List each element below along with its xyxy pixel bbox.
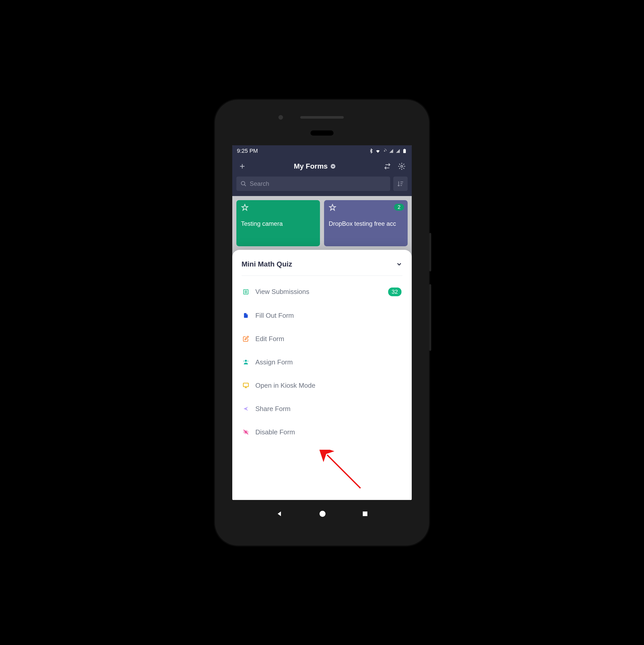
svg-line-12: [327, 455, 360, 488]
search-placeholder: Search: [250, 180, 269, 187]
submissions-badge: 32: [388, 287, 401, 296]
menu-label: Open in Kiosk Mode: [255, 382, 401, 390]
speaker-grille: [300, 116, 344, 119]
svg-point-0: [384, 150, 385, 152]
sort-button[interactable]: [393, 177, 408, 191]
sync-button[interactable]: [383, 162, 392, 171]
search-row: Search: [232, 176, 412, 196]
card-title: Testing camera: [241, 220, 315, 228]
circle-home-icon: [319, 510, 326, 517]
triangle-back-icon: [276, 510, 283, 517]
form-card[interactable]: Testing camera: [236, 200, 320, 246]
screen: 9:25 PM My Forms: [232, 145, 412, 500]
svg-point-8: [248, 361, 249, 362]
bluetooth-icon: [369, 148, 374, 154]
volume-button: [429, 284, 431, 351]
svg-point-3: [331, 164, 335, 168]
chevron-down-icon: [396, 261, 402, 267]
star-icon[interactable]: [241, 204, 249, 211]
star-icon[interactable]: [329, 204, 336, 211]
menu-assign-form[interactable]: Assign Form: [241, 351, 402, 374]
action-sheet: Mini Math Quiz View Submissions 32: [232, 250, 412, 500]
battery-icon: [402, 148, 407, 154]
card-badge: 2: [394, 204, 404, 211]
front-camera: [279, 115, 283, 120]
card-title: DropBox testing free acc: [329, 220, 403, 228]
chevron-down-circle-icon: [330, 164, 336, 169]
cards-row: Testing camera 2 DropBox testing free ac…: [232, 196, 412, 250]
menu-label: Share Form: [255, 405, 401, 413]
status-icons: [369, 148, 407, 154]
menu-label: Disable Form: [255, 428, 401, 436]
gear-icon: [398, 163, 406, 170]
wifi-icon: [375, 148, 380, 154]
search-input[interactable]: Search: [236, 177, 390, 191]
menu-view-submissions[interactable]: View Submissions 32: [241, 280, 402, 304]
svg-rect-1: [403, 149, 406, 153]
menu-open-kiosk-mode[interactable]: Open in Kiosk Mode: [241, 374, 402, 397]
menu-label: Edit Form: [255, 335, 401, 343]
add-button[interactable]: [238, 162, 247, 171]
svg-point-5: [241, 181, 245, 185]
app-header: My Forms: [232, 157, 412, 176]
svg-point-7: [245, 360, 247, 362]
arrow-annotation: [319, 450, 365, 496]
sheet-header[interactable]: Mini Math Quiz: [241, 260, 402, 276]
menu-disable-form[interactable]: Disable Form: [241, 421, 402, 444]
menu-label: Assign Form: [255, 358, 401, 366]
phone-frame: 9:25 PM My Forms: [215, 100, 429, 546]
android-nav: [232, 502, 412, 525]
power-button: [429, 233, 431, 271]
signal-2-icon: [395, 148, 400, 154]
eye-off-icon: [243, 429, 249, 435]
svg-point-4: [401, 165, 403, 167]
recent-button[interactable]: [362, 511, 368, 517]
edit-icon: [243, 336, 249, 342]
user-group-icon: [243, 359, 249, 366]
square-recent-icon: [362, 511, 368, 517]
nfc-icon: [382, 148, 387, 154]
menu-label: View Submissions: [255, 288, 382, 296]
share-icon: [243, 405, 249, 412]
page-title: My Forms: [294, 162, 328, 170]
sheet-title: Mini Math Quiz: [241, 260, 292, 268]
earpiece-pill: [310, 131, 334, 136]
back-button[interactable]: [276, 510, 283, 517]
form-card[interactable]: 2 DropBox testing free acc: [324, 200, 408, 246]
menu-edit-form[interactable]: Edit Form: [241, 327, 402, 351]
svg-rect-2: [404, 149, 405, 149]
status-bar: 9:25 PM: [232, 145, 412, 157]
monitor-icon: [243, 382, 249, 389]
plus-icon: [238, 163, 246, 170]
list-icon: [243, 288, 249, 295]
search-icon: [240, 181, 247, 187]
svg-point-13: [319, 511, 325, 516]
settings-button[interactable]: [397, 162, 406, 171]
header-title-button[interactable]: My Forms: [294, 162, 336, 170]
document-icon: [243, 312, 249, 319]
svg-rect-14: [363, 511, 367, 516]
svg-point-9: [243, 361, 244, 362]
sort-icon: [397, 180, 404, 187]
svg-rect-10: [243, 383, 249, 387]
home-button[interactable]: [319, 510, 326, 517]
menu-label: Fill Out Form: [255, 311, 401, 319]
signal-icon: [389, 148, 394, 154]
swap-icon: [383, 163, 391, 170]
menu-fill-out-form[interactable]: Fill Out Form: [241, 304, 402, 327]
status-time: 9:25 PM: [237, 148, 258, 154]
menu-share-form[interactable]: Share Form: [241, 397, 402, 421]
